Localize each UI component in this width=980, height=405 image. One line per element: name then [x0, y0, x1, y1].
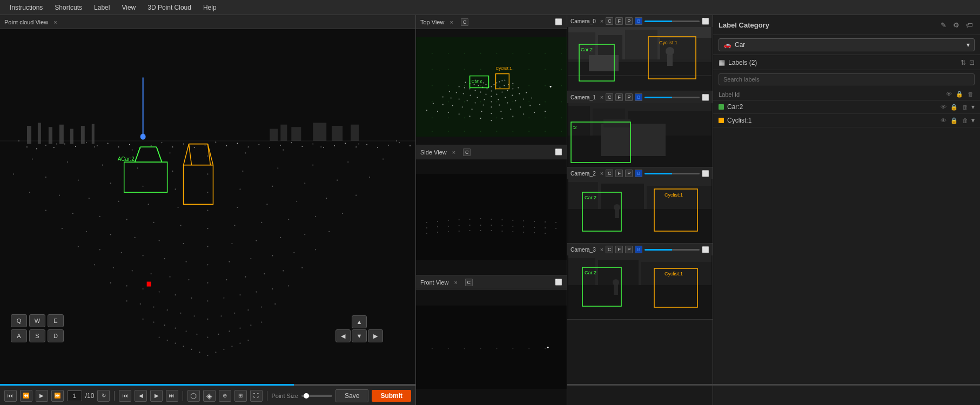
camera-1-b[interactable]: B: [635, 93, 642, 101]
top-view-c-btn[interactable]: C: [461, 18, 468, 26]
point-size-slider[interactable]: [301, 395, 332, 397]
camera-3-p[interactable]: P: [625, 246, 633, 253]
camera-1-c[interactable]: C: [606, 93, 613, 101]
label-panel-tag-icon[interactable]: 🏷: [964, 19, 975, 30]
key-d[interactable]: D: [48, 329, 64, 342]
camera-0-maximize[interactable]: ⬜: [702, 18, 709, 25]
crosshair-btn[interactable]: ⊕: [219, 390, 231, 402]
car2-lock[interactable]: 🔒: [950, 104, 958, 111]
filter-icon[interactable]: ⊡: [969, 59, 975, 66]
step-fwd-btn[interactable]: ▶: [150, 390, 163, 402]
cyclist1-delete[interactable]: 🗑: [961, 117, 969, 124]
key-a[interactable]: A: [11, 329, 27, 342]
refresh-btn[interactable]: ↻: [97, 390, 110, 402]
key-q[interactable]: Q: [11, 314, 27, 327]
svg-rect-196: [147, 282, 151, 287]
prev-btn[interactable]: ⏪: [20, 390, 32, 402]
top-view-close[interactable]: ×: [449, 19, 453, 25]
camera-0-b[interactable]: B: [635, 17, 642, 25]
next-btn[interactable]: ⏩: [51, 390, 64, 402]
camera-2-close[interactable]: ×: [600, 170, 603, 177]
point-cloud-viewport[interactable]: ACar:2: [0, 29, 415, 386]
cube-icon-btn[interactable]: ⬡: [187, 390, 200, 402]
arrow-right[interactable]: ▶: [368, 329, 383, 342]
camera-3-maximize[interactable]: ⬜: [702, 246, 709, 253]
frame-input[interactable]: [67, 390, 82, 401]
cyclist1-visibility[interactable]: 👁: [939, 117, 948, 124]
camera-0-c[interactable]: C: [606, 17, 613, 25]
key-s[interactable]: S: [29, 329, 45, 342]
side-view-close[interactable]: ×: [452, 149, 455, 156]
camera-0-close[interactable]: ×: [600, 18, 603, 24]
camera-1-f[interactable]: F: [615, 93, 623, 101]
svg-point-235: [528, 85, 529, 86]
camera-1-p[interactable]: P: [625, 93, 633, 101]
camera-1-slider[interactable]: [645, 97, 700, 98]
front-view-content[interactable]: [416, 289, 567, 405]
camera-2-f[interactable]: F: [615, 170, 623, 177]
camera-3-f[interactable]: F: [615, 246, 623, 253]
menu-shortcuts[interactable]: Shortcuts: [49, 2, 88, 14]
menu-instructions[interactable]: Instructions: [4, 2, 48, 14]
camera-2-b[interactable]: B: [635, 170, 642, 177]
menu-help[interactable]: Help: [198, 2, 222, 14]
box-icon-btn[interactable]: ◈: [203, 390, 216, 402]
front-view-maximize[interactable]: ⬜: [555, 279, 562, 286]
transform-btn[interactable]: ⊞: [234, 390, 247, 402]
camera-0-f[interactable]: F: [615, 17, 623, 25]
svg-point-218: [545, 53, 546, 54]
step-back-btn[interactable]: ◀: [135, 390, 147, 402]
camera-3-image[interactable]: Car:2 Cyclist:1: [567, 255, 713, 319]
play-btn[interactable]: ▶: [36, 390, 48, 402]
camera-2-image[interactable]: Car:2 Cyclist:1: [567, 179, 713, 243]
camera-1-close[interactable]: ×: [600, 94, 603, 100]
top-view-maximize[interactable]: ⬜: [555, 18, 562, 25]
arrow-left[interactable]: ◀: [335, 329, 351, 342]
search-labels-input[interactable]: [719, 73, 975, 85]
cyclist1-chevron[interactable]: ▾: [971, 117, 975, 124]
arrow-up[interactable]: ▲: [352, 315, 367, 328]
car2-chevron[interactable]: ▾: [971, 103, 975, 111]
front-view-close[interactable]: ×: [454, 279, 457, 286]
label-panel-edit-icon[interactable]: ✎: [938, 19, 949, 30]
camera-3-b[interactable]: B: [635, 246, 642, 253]
menu-label[interactable]: Label: [89, 2, 115, 14]
menu-3d-point-cloud[interactable]: 3D Point Cloud: [142, 2, 197, 14]
camera-0-slider[interactable]: [645, 21, 700, 22]
camera-3-slider[interactable]: [645, 249, 700, 251]
side-view-content[interactable]: [416, 159, 567, 275]
fwd-btn[interactable]: ⏭: [166, 390, 178, 402]
category-select[interactable]: 🚗 Car ▾: [719, 38, 975, 51]
top-view-content[interactable]: Car:2 Cyclist:1: [416, 29, 567, 145]
label-panel-settings-icon[interactable]: ⚙: [951, 19, 962, 30]
point-cloud-close[interactable]: ×: [53, 19, 57, 25]
camera-0-p[interactable]: P: [625, 17, 633, 25]
svg-point-160: [242, 171, 243, 172]
camera-2-maximize[interactable]: ⬜: [702, 170, 709, 177]
camera-1-maximize[interactable]: ⬜: [702, 94, 709, 101]
save-button[interactable]: Save: [335, 389, 368, 402]
camera-2-c[interactable]: C: [606, 170, 613, 177]
car2-visibility[interactable]: 👁: [939, 104, 948, 110]
camera-0-image[interactable]: Car:2 Cyclist:1: [567, 27, 713, 91]
key-w[interactable]: W: [29, 314, 45, 327]
point-size-thumb[interactable]: [304, 393, 309, 399]
car2-delete[interactable]: 🗑: [961, 104, 969, 110]
camera-3-close[interactable]: ×: [600, 246, 603, 253]
camera-2-slider[interactable]: [645, 173, 700, 174]
skip-first-btn[interactable]: ⏮: [4, 390, 17, 402]
side-view-maximize[interactable]: ⬜: [555, 148, 562, 156]
cyclist1-lock[interactable]: 🔒: [950, 117, 958, 124]
camera-3-c[interactable]: C: [606, 246, 613, 253]
prev-frame-btn[interactable]: ⏮: [119, 390, 131, 402]
side-view-c-btn[interactable]: C: [463, 148, 471, 156]
arrow-down[interactable]: ▼: [352, 329, 367, 342]
camera-1-image[interactable]: :2: [567, 103, 713, 167]
front-view-c-btn[interactable]: C: [465, 279, 473, 286]
menu-view[interactable]: View: [116, 2, 141, 14]
sort-icon[interactable]: ⇅: [961, 59, 966, 66]
key-e[interactable]: E: [48, 314, 64, 327]
submit-button[interactable]: Submit: [372, 390, 411, 402]
camera-2-p[interactable]: P: [625, 170, 633, 177]
fullscreen-btn[interactable]: ⛶: [250, 390, 263, 402]
